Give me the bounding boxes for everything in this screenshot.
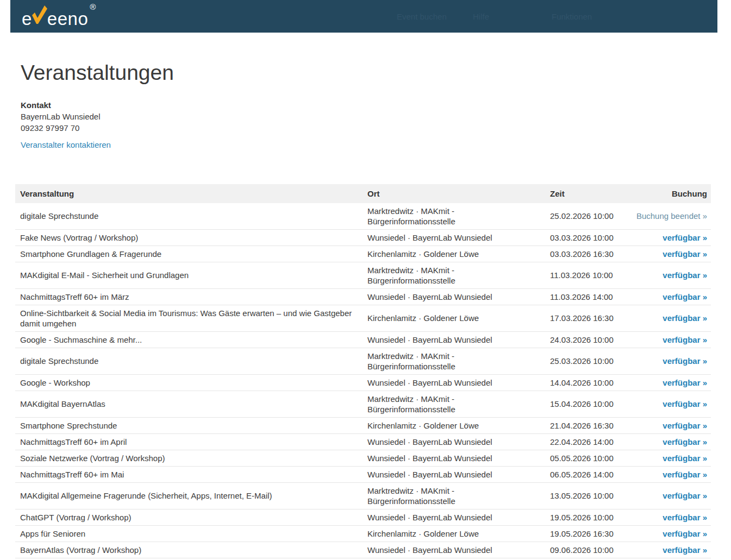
- nav-item-funktionen[interactable]: Funktionen: [552, 12, 592, 21]
- event-location: Wunsiedel · BayernLab Wunsiedel: [363, 466, 546, 482]
- page-title: Veranstaltungen: [21, 60, 731, 86]
- table-header-row: Veranstaltung Ort Zeit Buchung: [15, 184, 711, 203]
- event-name: digitale Sprechstunde: [15, 348, 363, 374]
- event-row: Google - Workshop Wunsiedel · BayernLab …: [15, 374, 711, 391]
- event-datetime: 11.03.2026 14:00: [546, 288, 622, 305]
- booking-link[interactable]: verfügbar »: [663, 491, 707, 500]
- booking-link[interactable]: verfügbar »: [663, 378, 707, 387]
- booking-link[interactable]: verfügbar »: [663, 545, 707, 555]
- event-name: Soziale Netzwerke (Vortrag / Workshop): [15, 450, 363, 466]
- event-row: MAKdigital Allgemeine Fragerunde (Sicher…: [15, 482, 711, 509]
- event-location: Wunsiedel · BayernLab Wunsiedel: [363, 542, 546, 558]
- event-name: Smartphone Sprechstunde: [15, 417, 363, 433]
- event-row: ChatGPT (Vortrag / Workshop) Wunsiedel ·…: [15, 509, 711, 525]
- event-location: Kirchenlamitz · Goldener Löwe: [363, 417, 546, 433]
- booking-link[interactable]: verfügbar »: [663, 454, 707, 463]
- booking-link[interactable]: verfügbar »: [663, 529, 707, 538]
- event-name: NachmittagsTreff 60+ im Mai: [15, 466, 363, 482]
- event-row: NachmittagsTreff 60+ im März Wunsiedel ·…: [15, 288, 711, 305]
- event-datetime: 21.04.2026 16:30: [546, 417, 622, 433]
- event-row: MAKdigital BayernAtlas Marktredwitz · MA…: [15, 391, 711, 417]
- event-datetime: 25.02.2026 10:00: [546, 203, 622, 230]
- event-location: Marktredwitz · MAKmit - Bürgerinformatio…: [363, 482, 546, 509]
- nav-item-hilfe[interactable]: Hilfe: [473, 12, 489, 21]
- contact-phone-number: 09232 97997 70: [21, 122, 731, 134]
- booking-link[interactable]: verfügbar »: [663, 470, 707, 479]
- event-row: digitale Sprechstunde Marktredwitz · MAK…: [15, 203, 711, 230]
- event-name: Apps für Senioren: [15, 525, 363, 542]
- event-datetime: 03.03.2026 16:30: [546, 246, 622, 262]
- event-row: Fake News (Vortrag / Workshop) Wunsiedel…: [15, 229, 711, 246]
- event-name: BayernAtlas (Vortrag / Workshop): [15, 542, 363, 558]
- event-datetime: 15.04.2026 10:00: [546, 391, 622, 417]
- event-row: Soziale Netzwerke (Vortrag / Workshop) W…: [15, 450, 711, 466]
- event-row: digitale Sprechstunde Marktredwitz · MAK…: [15, 348, 711, 374]
- event-location: Wunsiedel · BayernLab Wunsiedel: [363, 433, 546, 450]
- eveeno-logo[interactable]: e eeno ®: [22, 5, 96, 28]
- event-location: Wunsiedel · BayernLab Wunsiedel: [363, 509, 546, 525]
- event-location: Wunsiedel · BayernLab Wunsiedel: [363, 288, 546, 305]
- booking-link[interactable]: verfügbar »: [663, 335, 707, 344]
- registered-trademark-symbol: ®: [90, 3, 96, 11]
- event-location: Kirchenlamitz · Goldener Löwe: [363, 305, 546, 331]
- booking-link[interactable]: verfügbar »: [663, 399, 707, 408]
- column-header-buchung: Buchung: [622, 184, 711, 203]
- event-datetime: 13.05.2026 10:00: [546, 482, 622, 509]
- event-row: Online-Sichtbarkeit & Social Media im To…: [15, 305, 711, 331]
- contact-organizer-link[interactable]: Veranstalter kontaktieren: [21, 140, 111, 149]
- event-row: Smartphone Grundlagen & Fragerunde Kirch…: [15, 246, 711, 262]
- event-row: Apps für Senioren Kirchenlamitz · Golden…: [15, 525, 711, 542]
- column-header-ort: Ort: [363, 184, 546, 203]
- event-datetime: 19.05.2026 16:30: [546, 525, 622, 542]
- event-location: Wunsiedel · BayernLab Wunsiedel: [363, 450, 546, 466]
- event-name: Fake News (Vortrag / Workshop): [15, 229, 363, 246]
- checkmark-icon: [31, 5, 48, 27]
- event-row: Google - Suchmaschine & mehr... Wunsiede…: [15, 331, 711, 348]
- booking-link[interactable]: verfügbar »: [663, 437, 707, 446]
- contact-heading: Kontakt: [21, 99, 731, 111]
- event-datetime: 09.06.2026 10:00: [546, 542, 622, 558]
- event-datetime: 25.03.2026 10:00: [546, 348, 622, 374]
- event-location: Wunsiedel · BayernLab Wunsiedel: [363, 374, 546, 391]
- column-header-veranstaltung: Veranstaltung: [15, 184, 363, 203]
- booking-link[interactable]: verfügbar »: [663, 233, 707, 242]
- booking-link[interactable]: verfügbar »: [663, 249, 707, 259]
- event-name: NachmittagsTreff 60+ im März: [15, 288, 363, 305]
- booking-link[interactable]: verfügbar »: [663, 292, 707, 301]
- event-name: MAKdigital Allgemeine Fragerunde (Sicher…: [15, 482, 363, 509]
- booking-link[interactable]: verfügbar »: [663, 513, 707, 522]
- contact-organizer-name: BayernLab Wunsiedel: [21, 111, 731, 122]
- event-datetime: 14.04.2026 10:00: [546, 374, 622, 391]
- event-datetime: 03.03.2026 10:00: [546, 229, 622, 246]
- event-datetime: 19.05.2026 10:00: [546, 509, 622, 525]
- event-location: Marktredwitz · MAKmit - Bürgerinformatio…: [363, 391, 546, 417]
- event-row: BayernAtlas (Vortrag / Workshop) Wunsied…: [15, 542, 711, 558]
- event-location: Wunsiedel · BayernLab Wunsiedel: [363, 331, 546, 348]
- contact-block: Kontakt BayernLab Wunsiedel 09232 97997 …: [21, 99, 731, 134]
- event-name: Online-Sichtbarkeit & Social Media im To…: [15, 305, 363, 331]
- event-location: Marktredwitz · MAKmit - Bürgerinformatio…: [363, 262, 546, 288]
- event-location: Marktredwitz · MAKmit - Bürgerinformatio…: [363, 348, 546, 374]
- event-row: NachmittagsTreff 60+ im April Wunsiedel …: [15, 433, 711, 450]
- event-location: Marktredwitz · MAKmit - Bürgerinformatio…: [363, 203, 546, 230]
- event-name: MAKdigital E-Mail - Sicherheit und Grund…: [15, 262, 363, 288]
- event-location: Wunsiedel · BayernLab Wunsiedel: [363, 229, 546, 246]
- event-row: NachmittagsTreff 60+ im Mai Wunsiedel · …: [15, 466, 711, 482]
- booking-link[interactable]: Buchung beendet »: [636, 211, 707, 221]
- booking-link[interactable]: verfügbar »: [663, 356, 707, 366]
- event-datetime: 05.05.2026 10:00: [546, 450, 622, 466]
- event-name: MAKdigital BayernAtlas: [15, 391, 363, 417]
- main-content: Veranstaltungen Kontakt BayernLab Wunsie…: [0, 60, 731, 558]
- event-row: MAKdigital E-Mail - Sicherheit und Grund…: [15, 262, 711, 288]
- event-name: Smartphone Grundlagen & Fragerunde: [15, 246, 363, 262]
- event-datetime: 11.03.2026 10:00: [546, 262, 622, 288]
- event-name: Google - Suchmaschine & mehr...: [15, 331, 363, 348]
- booking-link[interactable]: verfügbar »: [663, 421, 707, 430]
- logo-text-suffix: eeno: [47, 10, 88, 28]
- event-name: NachmittagsTreff 60+ im April: [15, 433, 363, 450]
- event-name: digitale Sprechstunde: [15, 203, 363, 230]
- nav-item-event-buchen[interactable]: Event buchen: [397, 12, 447, 21]
- event-datetime: 17.03.2026 16:30: [546, 305, 622, 331]
- booking-link[interactable]: verfügbar »: [663, 313, 707, 323]
- booking-link[interactable]: verfügbar »: [663, 270, 707, 280]
